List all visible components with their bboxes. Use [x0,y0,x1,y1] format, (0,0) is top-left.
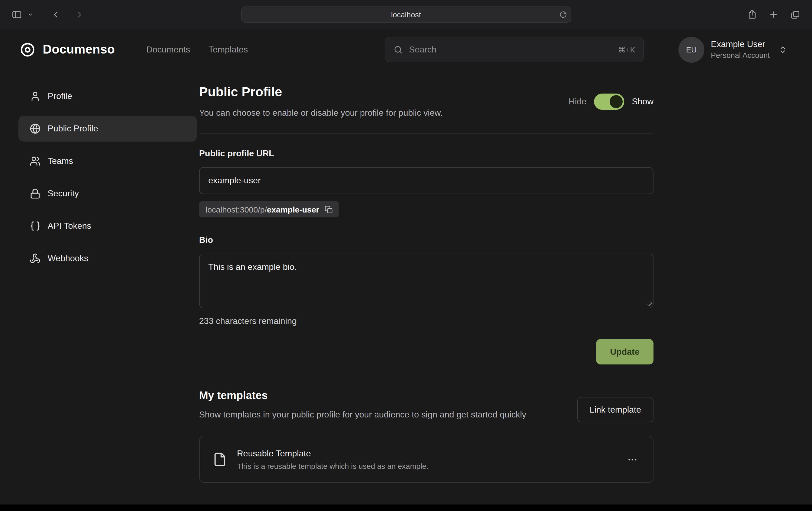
search-input[interactable] [409,44,612,54]
nav-templates[interactable]: Templates [208,44,248,54]
file-icon [212,452,227,467]
public-profile-url-input[interactable] [199,167,654,194]
nav-documents[interactable]: Documents [146,44,190,54]
my-templates-description: Show templates in your public profile fo… [199,408,578,422]
sidebar-item-webhooks[interactable]: Webhooks [19,245,197,271]
new-tab-icon[interactable] [765,6,782,23]
brand-name: Documenso [43,42,115,57]
chevron-down-icon[interactable] [26,6,35,23]
documenso-logo-icon [20,41,36,58]
tabs-overview-icon[interactable] [787,6,803,23]
users-icon [30,156,40,167]
address-bar[interactable]: localhost [241,6,571,23]
brand-logo[interactable]: Documenso [20,41,115,58]
divider [199,133,654,133]
sidebar-item-label: API Tokens [48,221,91,231]
search-bar[interactable]: ⌘+K [385,37,644,62]
sidebar-item-label: Webhooks [48,253,88,263]
avatar: EU [678,36,704,62]
visibility-control: Hide Show [569,94,654,110]
sidebar-toggle-icon[interactable] [9,6,25,23]
sidebar-item-label: Teams [48,156,73,166]
url-slug: example-user [267,205,319,214]
back-icon[interactable] [48,6,64,23]
user-menu[interactable]: EU Example User Personal Account [678,36,787,62]
forward-icon [71,6,88,23]
sidebar-item-profile[interactable]: Profile [19,83,197,109]
url-text: localhost [391,10,421,19]
sidebar-item-label: Profile [48,91,72,101]
hide-label: Hide [569,97,586,107]
app-window: Documenso Documents Templates ⌘+K EU Exa… [0,29,812,505]
screen: localhost Documenso Documents [0,0,812,511]
settings-sidebar: Profile Public Profile Teams Security AP… [0,70,199,483]
braces-icon [30,221,40,232]
top-nav: Documents Templates [146,44,248,54]
page-subtitle: You can choose to enable or disable your… [199,107,443,120]
globe-icon [30,123,40,134]
sidebar-item-teams[interactable]: Teams [19,148,197,174]
chevrons-up-down-icon [779,45,787,54]
user-icon [30,91,40,102]
toggle-knob [610,95,623,108]
sidebar-item-label: Security [48,189,79,199]
url-prefix: localhost:3000/p/ [206,205,267,214]
show-label: Show [632,97,654,107]
browser-chrome: localhost [0,0,812,29]
search-shortcut: ⌘+K [618,45,635,54]
sidebar-item-public-profile[interactable]: Public Profile [19,116,197,142]
copy-icon[interactable] [325,205,333,213]
main-content: Public Profile You can choose to enable … [199,70,654,483]
my-templates-section: My templates Show templates in your publ… [199,388,654,483]
bio-label: Bio [199,234,654,246]
sidebar-item-api-tokens[interactable]: API Tokens [19,213,197,239]
template-card: Reusable Template This is a reusable tem… [199,436,654,483]
webhook-icon [30,253,40,264]
update-button[interactable]: Update [596,339,654,364]
bio-textarea[interactable] [199,253,654,308]
share-icon[interactable] [744,6,760,23]
user-account-type: Personal Account [711,51,770,59]
template-description: This is a reusable template which is use… [237,461,429,470]
ellipsis-menu-icon[interactable] [625,452,640,467]
profile-url-chip[interactable]: localhost:3000/p/example-user [199,201,339,217]
sidebar-item-security[interactable]: Security [19,181,197,207]
link-template-button[interactable]: Link template [577,397,654,422]
app-header: Documenso Documents Templates ⌘+K EU Exa… [0,29,812,70]
user-name: Example User [711,39,770,49]
url-field-label: Public profile URL [199,148,654,159]
refresh-icon[interactable] [559,11,567,19]
template-name: Reusable Template [237,449,429,458]
characters-remaining: 233 characters remaining [199,315,654,327]
sidebar-item-label: Public Profile [48,124,98,133]
lock-icon [30,188,40,199]
search-icon [393,44,403,54]
page-title: Public Profile [199,84,443,100]
profile-visibility-toggle[interactable] [594,94,624,110]
